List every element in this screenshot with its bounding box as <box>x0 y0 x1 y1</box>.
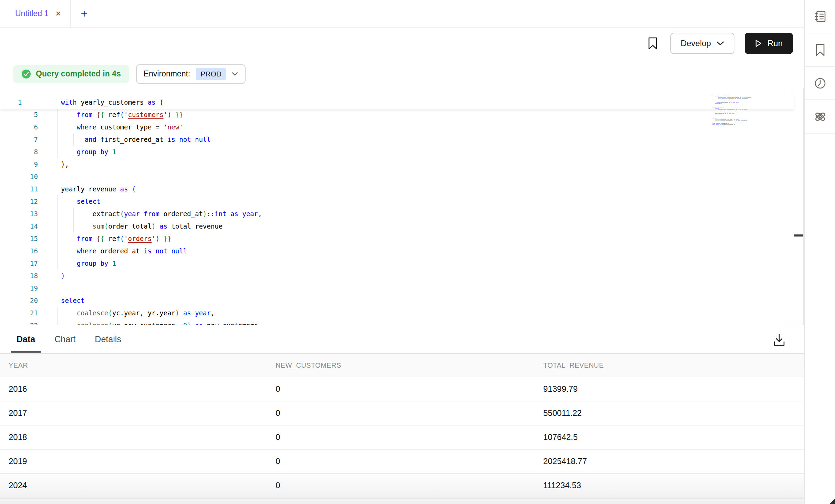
table-cell: 2018 <box>0 432 267 442</box>
line-code: from {{ ref('orders') }} <box>38 232 171 245</box>
sidebar-bookmarks-button[interactable] <box>805 33 835 67</box>
line-code: ), <box>38 158 69 170</box>
code-line: 17 group by 1 <box>0 257 794 270</box>
code-line: 16 where ordered_at is not null <box>0 245 794 257</box>
sidebar-filler <box>805 134 835 504</box>
table-cell: 0 <box>267 456 535 466</box>
environment-badge: PROD <box>196 68 226 80</box>
bookmark-button[interactable] <box>646 35 660 52</box>
run-button[interactable]: Run <box>745 33 793 54</box>
file-tab-untitled-1[interactable]: Untitled 1 × <box>0 0 71 27</box>
table-cell: 107642.5 <box>535 432 804 442</box>
minimap-code: with yearly_customers as ( select extrac… <box>712 94 753 127</box>
code-lines: 5 from {{ ref('customers') }}6 where cus… <box>0 108 794 325</box>
line-number: 21 <box>0 307 38 319</box>
check-circle-icon <box>21 69 31 79</box>
file-tab-label: Untitled 1 <box>15 9 49 18</box>
environment-label: Environment: <box>144 69 190 78</box>
table-row[interactable]: 20180107642.5 <box>0 426 804 450</box>
sidebar-lineage-button[interactable] <box>805 100 835 134</box>
editor-scrollbar-thumb[interactable] <box>794 234 803 237</box>
results-footer-bar <box>0 498 804 504</box>
line-code: sum(order_total) as total_revenue <box>38 220 223 232</box>
table-cell: 2025418.77 <box>535 456 804 466</box>
develop-button[interactable]: Develop <box>670 33 734 54</box>
tab-chart[interactable]: Chart <box>49 325 81 353</box>
table-cell: 2019 <box>0 456 267 466</box>
code-line: 6 where customer_type = 'new' <box>0 121 794 133</box>
line-number: 15 <box>0 232 38 245</box>
table-cell: 0 <box>267 481 535 490</box>
line-number: 14 <box>0 220 38 232</box>
indent-guide <box>57 195 58 270</box>
code-line: 15 from {{ ref('orders') }} <box>0 232 794 245</box>
table-row[interactable]: 20170550011.22 <box>0 401 804 426</box>
code-line: 10 <box>0 170 794 183</box>
line-number: 6 <box>0 121 38 133</box>
line-number: 13 <box>0 208 38 220</box>
run-button-label: Run <box>767 39 783 48</box>
line-number: 7 <box>0 133 38 146</box>
line-code: group by 1 <box>38 146 116 158</box>
minimap[interactable]: with yearly_customers as ( select extrac… <box>712 94 753 130</box>
new-tab-button[interactable]: + <box>71 0 97 27</box>
table-cell: 91399.79 <box>535 384 804 394</box>
download-results-button[interactable] <box>770 330 788 349</box>
line-code <box>38 170 61 183</box>
table-row[interactable]: 2016091399.79 <box>0 377 804 401</box>
line-number: 16 <box>0 245 38 257</box>
app-window: Untitled 1 × + Develop <box>0 0 835 504</box>
line-number: 9 <box>0 158 38 170</box>
line-number: 12 <box>0 195 38 208</box>
code-line: 22 coalesce(yc.new_customers, 0) as new_… <box>0 319 794 325</box>
tab-data[interactable]: Data <box>11 325 41 353</box>
sidebar-notebook-button[interactable] <box>805 0 835 33</box>
sticky-line-code: with yearly_customers as ( <box>38 96 163 109</box>
code-line: 11yearly_revenue as ( <box>0 183 794 195</box>
bookmark-icon <box>815 43 826 56</box>
line-code: where customer_type = 'new' <box>38 121 183 133</box>
code-line: 20select <box>0 294 794 307</box>
query-status-text: Query completed in 4s <box>36 69 121 78</box>
indent-guide <box>57 108 58 158</box>
toolbar: Develop Run <box>0 28 804 59</box>
lineage-logo-icon <box>813 110 827 124</box>
results-tabs: Data Chart Details <box>0 325 804 353</box>
line-code: coalesce(yc.new_customers, 0) as new_cus… <box>38 319 262 325</box>
indent-guide <box>73 133 74 146</box>
bookmark-icon <box>648 37 658 50</box>
sticky-scroll-line: 1 with yearly_customers as ( <box>0 96 794 109</box>
line-code <box>38 282 61 294</box>
play-icon <box>755 39 762 48</box>
table-row[interactable]: 201902025418.77 <box>0 450 804 474</box>
history-clock-icon <box>814 77 827 90</box>
table-cell: 2024 <box>0 481 267 490</box>
table-row[interactable]: 20240111234.53 <box>0 474 804 498</box>
close-icon[interactable]: × <box>55 9 61 18</box>
sql-editor[interactable]: 5 from {{ ref('customers') }}6 where cus… <box>0 88 804 325</box>
line-code: extract(year from ordered_at)::int as ye… <box>38 208 262 220</box>
table-cell: 2017 <box>0 408 267 418</box>
sidebar-history-button[interactable] <box>805 67 835 100</box>
editor-tab-bar: Untitled 1 × + <box>0 0 804 28</box>
table-body: 2016091399.7920170550011.2220180107642.5… <box>0 377 804 498</box>
line-code: coalesce(yc.year, yr.year) as year, <box>38 307 215 319</box>
code-line: 13 extract(year from ordered_at)::int as… <box>0 208 794 220</box>
code-line: 7 and first_ordered_at is not null <box>0 133 794 146</box>
line-number: 5 <box>0 108 38 121</box>
notebook-icon <box>814 10 827 23</box>
editor-scrollbar-track[interactable] <box>793 88 804 325</box>
environment-selector[interactable]: Environment: PROD <box>136 64 246 84</box>
column-header-total-revenue: TOTAL_REVENUE <box>535 361 804 369</box>
code-line: 19 <box>0 282 794 294</box>
develop-button-label: Develop <box>681 39 711 48</box>
tab-details[interactable]: Details <box>89 325 126 353</box>
code-line: 9), <box>0 158 794 170</box>
chevron-down-icon <box>232 72 238 76</box>
download-icon <box>773 333 785 347</box>
line-code: from {{ ref('customers') }} <box>38 108 183 121</box>
line-number: 18 <box>0 270 38 282</box>
line-number: 10 <box>0 170 38 183</box>
chevron-down-icon <box>717 41 724 46</box>
line-number: 11 <box>0 183 38 195</box>
